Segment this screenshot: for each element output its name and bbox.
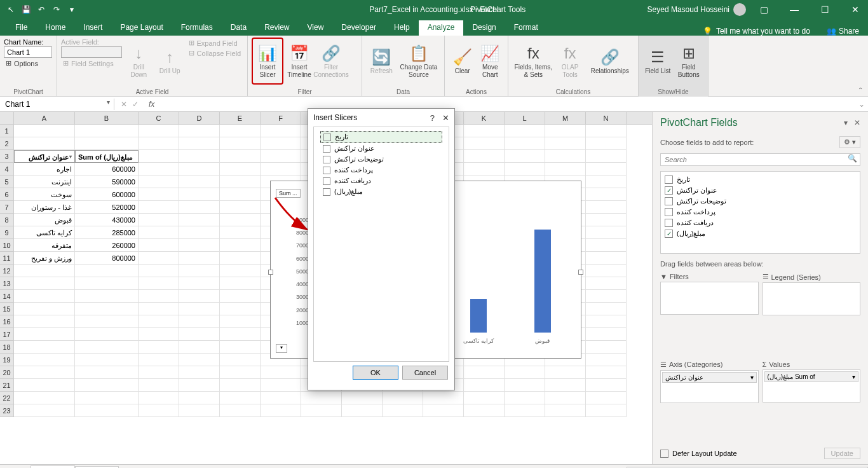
- cell[interactable]: Sum of مبلغ(ریال): [75, 150, 139, 163]
- cell[interactable]: [220, 214, 261, 226]
- cell[interactable]: [139, 392, 179, 404]
- cell[interactable]: [75, 379, 139, 392]
- redo-icon[interactable]: ↷: [50, 3, 64, 17]
- tab-insert[interactable]: Insert: [74, 20, 111, 36]
- cell[interactable]: [139, 176, 179, 188]
- row-header[interactable]: 16: [0, 315, 14, 328]
- cell[interactable]: [139, 404, 179, 417]
- cell[interactable]: [220, 341, 261, 354]
- col-header[interactable]: N: [586, 112, 627, 124]
- gear-icon[interactable]: ⚙ ▾: [839, 136, 860, 148]
- name-box[interactable]: [1, 99, 104, 110]
- cell[interactable]: [220, 252, 261, 265]
- cell[interactable]: [261, 379, 301, 392]
- share-button[interactable]: 👥 Share: [818, 27, 868, 36]
- tab-view[interactable]: View: [299, 20, 333, 36]
- chart-filter-dropdown[interactable]: ▾: [276, 344, 287, 353]
- cell[interactable]: [586, 341, 627, 354]
- maximize-icon[interactable]: ☐: [812, 0, 837, 19]
- cell[interactable]: [261, 150, 301, 163]
- cell[interactable]: [179, 354, 220, 366]
- cell[interactable]: [464, 163, 505, 176]
- cell[interactable]: [75, 277, 139, 290]
- cell[interactable]: [139, 315, 179, 328]
- row-header[interactable]: 8: [0, 214, 14, 226]
- cell[interactable]: [423, 404, 464, 417]
- cell[interactable]: [261, 163, 301, 176]
- row-header[interactable]: 23: [0, 404, 14, 417]
- cell[interactable]: [179, 303, 220, 315]
- cell[interactable]: [75, 328, 139, 341]
- cell[interactable]: [14, 366, 75, 379]
- cell[interactable]: [505, 379, 545, 392]
- axis-item[interactable]: ▾عنوان تراکنش: [662, 372, 757, 383]
- field-item[interactable]: پرداخت کننده: [663, 207, 857, 217]
- cell[interactable]: [14, 290, 75, 303]
- cell[interactable]: [220, 290, 261, 303]
- cell[interactable]: اینترنت: [14, 176, 75, 188]
- sheet-tab[interactable]: Sheet1: [75, 466, 119, 469]
- cell[interactable]: [505, 150, 545, 163]
- cell[interactable]: [586, 315, 627, 328]
- cell[interactable]: 430000: [75, 214, 139, 226]
- cell[interactable]: اجاره: [14, 163, 75, 176]
- cell[interactable]: [586, 277, 627, 290]
- cell[interactable]: [505, 137, 545, 150]
- cell[interactable]: [220, 176, 261, 188]
- slicer-field-item[interactable]: مبلغ(ریال): [320, 186, 442, 197]
- checkbox[interactable]: [323, 134, 331, 141]
- cell[interactable]: [139, 188, 179, 201]
- chart-sum-badge[interactable]: Sum ...: [276, 189, 301, 198]
- cell[interactable]: [139, 163, 179, 176]
- cell[interactable]: 600000: [75, 188, 139, 201]
- col-header[interactable]: M: [545, 112, 586, 124]
- cell[interactable]: [179, 315, 220, 328]
- field-item[interactable]: تاریخ: [663, 174, 857, 185]
- field-list-button[interactable]: ☰Field List: [642, 38, 674, 85]
- cell[interactable]: 260000: [75, 239, 139, 252]
- chart-name-input[interactable]: [4, 46, 52, 58]
- cell[interactable]: [545, 379, 586, 392]
- cell[interactable]: [261, 125, 301, 137]
- cell[interactable]: [14, 315, 75, 328]
- ok-button[interactable]: OK: [353, 366, 398, 380]
- qat-more-icon[interactable]: ▾: [65, 3, 79, 17]
- cell[interactable]: [139, 201, 179, 214]
- tab-data[interactable]: Data: [222, 20, 255, 36]
- cell[interactable]: [14, 354, 75, 366]
- cell[interactable]: [586, 366, 627, 379]
- row-header[interactable]: 2: [0, 137, 14, 150]
- checkbox[interactable]: [323, 188, 330, 196]
- cell[interactable]: [179, 341, 220, 354]
- cell[interactable]: [342, 392, 383, 404]
- legend-area[interactable]: [763, 282, 861, 315]
- tab-formulas[interactable]: Formulas: [172, 20, 222, 36]
- cell[interactable]: [14, 277, 75, 290]
- cell[interactable]: [505, 163, 545, 176]
- checkbox[interactable]: [323, 145, 330, 153]
- row-header[interactable]: 14: [0, 290, 14, 303]
- row-header[interactable]: 21: [0, 379, 14, 392]
- row-header[interactable]: 17: [0, 328, 14, 341]
- save-icon[interactable]: 💾: [19, 3, 33, 17]
- resize-handle[interactable]: [578, 270, 583, 275]
- col-header[interactable]: E: [220, 112, 261, 124]
- cell[interactable]: [586, 290, 627, 303]
- name-box-dropdown-icon[interactable]: ▾: [104, 99, 112, 110]
- cell[interactable]: [14, 392, 75, 404]
- slicer-field-item[interactable]: عنوان تراکنش: [320, 143, 442, 154]
- cell[interactable]: 285000: [75, 226, 139, 239]
- cancel-button[interactable]: Cancel: [402, 366, 448, 380]
- cell[interactable]: [383, 404, 423, 417]
- cell[interactable]: [261, 137, 301, 150]
- cell[interactable]: [261, 366, 301, 379]
- cell[interactable]: 520000: [75, 201, 139, 214]
- change-data-source-button[interactable]: 📋Change Data Source: [397, 38, 440, 85]
- cell[interactable]: [14, 125, 75, 137]
- cell[interactable]: [586, 303, 627, 315]
- row-header[interactable]: 10: [0, 239, 14, 252]
- values-item[interactable]: ▾Sum of مبلغ(ریال): [764, 371, 859, 382]
- cell[interactable]: [14, 303, 75, 315]
- cell[interactable]: [220, 354, 261, 366]
- tab-developer[interactable]: Developer: [332, 20, 385, 36]
